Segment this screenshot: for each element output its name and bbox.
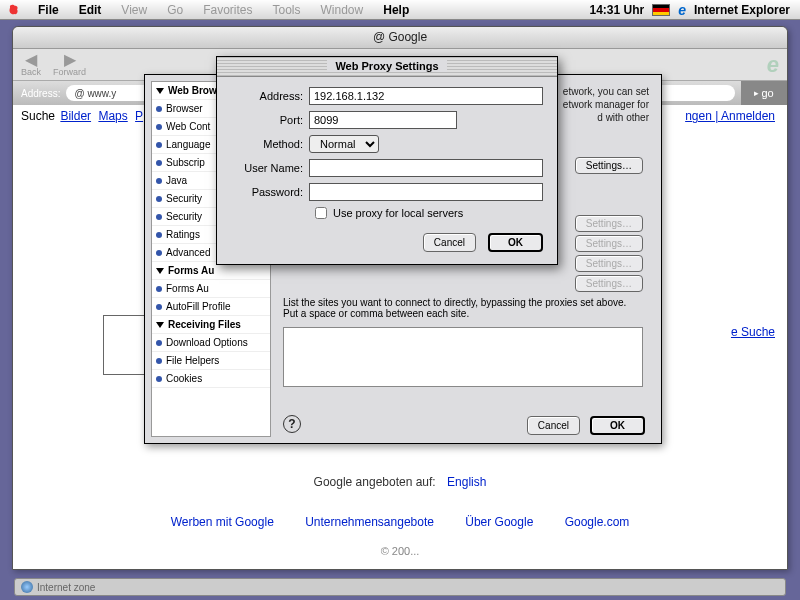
nav-maps[interactable]: Maps [98,109,127,123]
proxy-cancel-button[interactable]: Cancel [423,233,476,252]
status-bar: Internet zone [14,578,786,596]
proxy-ok-button[interactable]: OK [488,233,543,252]
bypass-label: List the sites you want to connect to di… [283,297,643,319]
app-name[interactable]: Internet Explorer [694,3,790,17]
menu-favorites[interactable]: Favorites [193,1,262,19]
offered-text: Google angeboten auf: English [13,475,787,489]
settings-button-2: Settings… [575,215,643,232]
bypass-textarea[interactable] [283,327,643,387]
lang-english[interactable]: English [447,475,486,489]
window-title[interactable]: @ Google [13,27,787,49]
apple-menu-icon[interactable] [4,1,22,19]
sidebar-item-cookies[interactable]: Cookies [152,370,270,388]
sidebar-item-autofill[interactable]: AutoFill Profile [152,298,270,316]
menu-go[interactable]: Go [157,1,193,19]
keyboard-flag-icon[interactable] [652,4,670,16]
proxy-user-label: User Name: [231,162,309,174]
settings-button-3: Settings… [575,235,643,252]
side-link[interactable]: e Suche [731,325,775,339]
go-button[interactable]: go [741,81,787,105]
settings-button-5: Settings… [575,275,643,292]
link-advertise[interactable]: Werben mit Google [171,515,274,529]
link-about[interactable]: Über Google [465,515,533,529]
back-button[interactable]: ◀Back [21,53,41,77]
proxy-password-input[interactable] [309,183,543,201]
clock: 14:31 Uhr [589,3,644,17]
use-local-checkbox[interactable] [315,207,327,219]
proxy-address-input[interactable] [309,87,543,105]
menubar[interactable]: File Edit View Go Favorites Tools Window… [0,0,800,20]
signin-link[interactable]: ngen | Anmelden [685,109,775,123]
link-google-com[interactable]: Google.com [565,515,630,529]
menu-help[interactable]: Help [373,1,419,19]
settings-button-4: Settings… [575,255,643,272]
copyright: © 200... [13,545,787,557]
status-text: Internet zone [37,582,95,593]
prefs-cancel-button[interactable]: Cancel [527,416,580,435]
prefs-ok-button[interactable]: OK [590,416,645,435]
settings-button-1[interactable]: Settings… [575,157,643,174]
sidebar-item-download[interactable]: Download Options [152,334,270,352]
ie-app-icon[interactable]: e [678,2,686,18]
menu-tools[interactable]: Tools [263,1,311,19]
proxy-password-label: Password: [231,186,309,198]
nav-bilder[interactable]: Bilder [60,109,91,123]
menu-file[interactable]: File [28,1,69,19]
address-label: Address: [21,88,60,99]
proxy-dialog: Web Proxy Settings Address: Port: Method… [216,56,558,265]
proxy-user-input[interactable] [309,159,543,177]
sidebar-item-filehelpers[interactable]: File Helpers [152,352,270,370]
menu-window[interactable]: Window [311,1,374,19]
proxy-method-select[interactable]: Normal [309,135,379,153]
dialog-title[interactable]: Web Proxy Settings [217,57,557,77]
use-local-label: Use proxy for local servers [333,207,463,219]
help-icon[interactable]: ? [283,415,301,433]
sidebar-group-files[interactable]: Receiving Files [152,316,270,334]
proxy-method-label: Method: [231,138,309,150]
forward-button[interactable]: ▶Forward [53,53,86,77]
nav-more[interactable]: P [135,109,143,123]
ie-throbber-icon: e [767,52,779,78]
proxy-port-label: Port: [231,114,309,126]
sidebar-item-forms[interactable]: Forms Au [152,280,270,298]
proxy-address-label: Address: [231,90,309,102]
footer-links: Werben mit Google Unternehmensangebote Ü… [13,515,787,529]
nav-suche[interactable]: Suche [21,109,55,123]
menu-view[interactable]: View [111,1,157,19]
link-business[interactable]: Unternehmensangebote [305,515,434,529]
proxy-port-input[interactable] [309,111,457,129]
menu-edit[interactable]: Edit [69,1,112,19]
zone-icon [21,581,33,593]
